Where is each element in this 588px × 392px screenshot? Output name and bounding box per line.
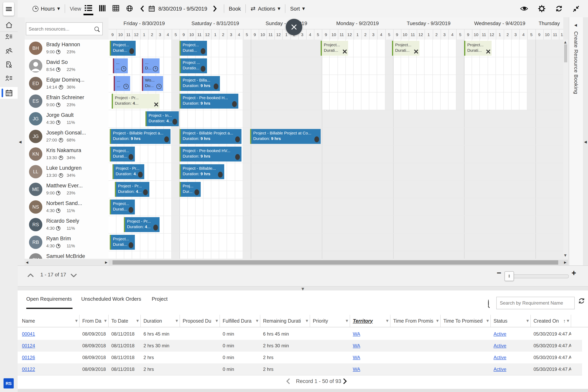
column-view-icon[interactable] bbox=[99, 5, 106, 12]
filter-icon[interactable]: ▼ bbox=[75, 319, 79, 322]
column-header-fulfilled-dura[interactable]: Fulfilled Dura▼ bbox=[220, 315, 260, 327]
tab-open-requirements[interactable]: Open Requirements bbox=[26, 296, 72, 302]
filter-icon[interactable]: ▼ bbox=[256, 319, 260, 322]
date-calendar-icon[interactable] bbox=[148, 5, 155, 12]
resource-row[interactable]: LLLuke Lundgren13:3034% bbox=[25, 163, 108, 181]
nav-bookings[interactable] bbox=[0, 72, 18, 85]
scroll-down-icon[interactable]: ▼ bbox=[564, 254, 566, 257]
resource-row[interactable]: SMSamuel McBride bbox=[25, 251, 108, 259]
resource-row[interactable]: NSNorbert Sand...4:3011% bbox=[25, 198, 108, 216]
resource-row[interactable]: RBRyan Brim4:3011% bbox=[25, 234, 108, 252]
booking-block[interactable]: Project...Durati... bbox=[464, 41, 492, 56]
booking-block[interactable]: Project - Pr...Duration: 4... bbox=[112, 164, 144, 179]
page-down-button[interactable] bbox=[70, 274, 77, 277]
table-row[interactable]: 0012208/09/201808/11/20182 hrs0 min2 hrs… bbox=[18, 364, 582, 376]
grid-vscrollbar[interactable]: ▲ ▼ bbox=[563, 40, 568, 259]
cell-name[interactable]: 00122 bbox=[19, 364, 80, 375]
booking-block[interactable]: ...... bbox=[113, 58, 128, 73]
hscroll-thumb[interactable] bbox=[112, 260, 558, 264]
column-header-status[interactable]: Status▼ bbox=[491, 315, 531, 327]
booking-block[interactable]: Project...Durati... bbox=[180, 41, 207, 56]
cell-territory[interactable]: WA bbox=[350, 364, 390, 375]
prev-records-button[interactable] bbox=[286, 378, 290, 384]
actions-dropdown[interactable]: ⇄ Actions ▼ bbox=[251, 5, 280, 12]
filter-icon[interactable]: ▼ bbox=[526, 319, 530, 322]
resource-hscrollbar[interactable]: ◀ ▶ bbox=[25, 260, 108, 265]
nav-home[interactable] bbox=[0, 18, 18, 32]
cell-territory[interactable]: WA bbox=[350, 340, 390, 352]
date-range-label[interactable]: 8/30/2019 - 9/5/2019 bbox=[158, 6, 207, 12]
cell-status[interactable]: Active bbox=[491, 328, 531, 340]
column-header-territory[interactable]: Territory▼ bbox=[350, 315, 390, 327]
next-range-button[interactable] bbox=[213, 6, 216, 12]
day-header[interactable]: Saturday - 8/31/2019 bbox=[180, 17, 251, 30]
pane-splitter[interactable]: ▼ bbox=[18, 286, 588, 291]
resource-row[interactable]: KNKris Nakamura13:3034% bbox=[25, 146, 108, 164]
column-header-priority[interactable]: Priority▼ bbox=[310, 315, 350, 327]
resource-row[interactable]: David So8:5422% bbox=[25, 57, 108, 75]
table-row[interactable]: 0012408/09/201808/11/20182 hrs 30 min0 m… bbox=[18, 340, 582, 352]
scroll-right-icon[interactable]: ▶ bbox=[105, 261, 108, 264]
resource-row[interactable]: BHBrady Hannon9:0023% bbox=[25, 40, 108, 58]
scale-mode-dropdown[interactable]: Hours ▼ bbox=[32, 6, 60, 12]
user-avatar-initials[interactable]: RS bbox=[4, 378, 14, 388]
day-header[interactable]: Thursday bbox=[535, 17, 563, 30]
expand-right-panel-arrow[interactable]: ◀ bbox=[584, 140, 587, 144]
settings-gear-icon[interactable] bbox=[538, 5, 545, 12]
column-header-to-date[interactable]: To Date▼ bbox=[108, 315, 141, 327]
booking-block[interactable]: ...D...2 bbox=[142, 58, 160, 73]
expand-filter-panel-arrow[interactable]: ◀ bbox=[19, 140, 22, 144]
table-row[interactable]: 0004108/09/201808/11/20186 hrs 45 min0 m… bbox=[18, 328, 582, 340]
cell-status[interactable]: Active bbox=[491, 364, 531, 375]
filter-icon[interactable]: ▼ bbox=[346, 319, 350, 322]
column-header-duration[interactable]: Duration▼ bbox=[141, 315, 180, 327]
page-up-button[interactable] bbox=[28, 274, 34, 277]
column-header-time-to-promised[interactable]: Time To Promised▼ bbox=[440, 315, 491, 327]
day-header[interactable]: Monday - 9/2/2019 bbox=[322, 17, 394, 30]
resource-search-input[interactable] bbox=[26, 26, 94, 32]
filter-icon[interactable]: ▼ bbox=[136, 319, 140, 322]
filter-icon[interactable]: ▼ bbox=[216, 319, 220, 322]
scroll-left-icon[interactable]: ◀ bbox=[26, 261, 28, 264]
booking-block[interactable]: Project - Pr...Duration: 4... bbox=[112, 94, 160, 108]
cell-name[interactable]: 00124 bbox=[19, 340, 80, 352]
cell-status[interactable]: Active bbox=[491, 352, 531, 364]
tab-unscheduled-work-orders[interactable]: Unscheduled Work Orders bbox=[81, 296, 141, 302]
column-header-from-da[interactable]: From Da▼ bbox=[80, 315, 108, 327]
refresh-icon[interactable] bbox=[556, 5, 562, 12]
column-header-time-from-promis[interactable]: Time From Promis▼ bbox=[390, 315, 440, 327]
booking-block[interactable]: Project - In...Duration: 4... bbox=[146, 111, 179, 126]
column-header-created-on[interactable]: Created On↑▼ bbox=[531, 315, 571, 327]
column-header-remaining-durati[interactable]: Remaining Durati▼ bbox=[260, 315, 310, 327]
collapse-icon[interactable] bbox=[573, 5, 580, 12]
booking-block[interactable]: Project - Billable Project at Co...Durat… bbox=[250, 129, 321, 144]
menu-card[interactable] bbox=[3, 2, 14, 16]
map-view-icon[interactable] bbox=[126, 5, 133, 12]
booking-block[interactable]: Project - Billable Project a...Duration:… bbox=[110, 129, 170, 144]
table-row[interactable]: 0012608/09/201808/11/20182 hrs0 min2 hrs… bbox=[18, 352, 582, 364]
refresh-grid-icon[interactable] bbox=[578, 298, 585, 304]
booking-block[interactable]: Project ...Duratio... bbox=[180, 58, 207, 73]
requirement-search-input[interactable] bbox=[497, 300, 574, 306]
sort-dropdown[interactable]: Sort ▼ bbox=[290, 6, 305, 12]
booking-block[interactable]: Project - Pr...Duration: 4... bbox=[124, 217, 160, 232]
schedule-grid[interactable]: Project...Durati...Project...Durati...Pr… bbox=[108, 40, 563, 259]
day-header[interactable]: Friday - 8/30/2019 bbox=[108, 17, 180, 30]
filter-icon[interactable]: ▼ bbox=[567, 319, 571, 322]
grid-hscrollbar[interactable]: ▶ bbox=[108, 260, 568, 265]
filter-icon[interactable]: ▼ bbox=[176, 319, 180, 322]
cell-status[interactable]: Active bbox=[491, 340, 531, 352]
resource-row[interactable]: EDEdgar Dominq...14:1436% bbox=[25, 75, 108, 93]
zoom-in-button[interactable]: + bbox=[572, 268, 576, 278]
booking-block[interactable]: Project - Billa...Duration: 9 hrs bbox=[180, 76, 220, 91]
list-view-icon[interactable] bbox=[85, 5, 92, 12]
filter-icon[interactable]: ▼ bbox=[104, 319, 108, 322]
filter-icon[interactable]: ▼ bbox=[306, 319, 310, 322]
booking-block[interactable]: Project...Durati... bbox=[110, 200, 135, 214]
resource-row[interactable]: MEMatthew Ever...9:0023% bbox=[25, 181, 108, 199]
booking-block[interactable]: Project - Pre-booked H...Duration: 9 hrs bbox=[180, 94, 238, 108]
table-view-icon[interactable] bbox=[112, 5, 119, 12]
visibility-eye-icon[interactable] bbox=[520, 6, 528, 11]
booking-block[interactable]: Project - Pre-booked HV...Duration: 9 hr… bbox=[180, 146, 242, 162]
booking-block[interactable]: Project...Durati... bbox=[392, 41, 420, 56]
